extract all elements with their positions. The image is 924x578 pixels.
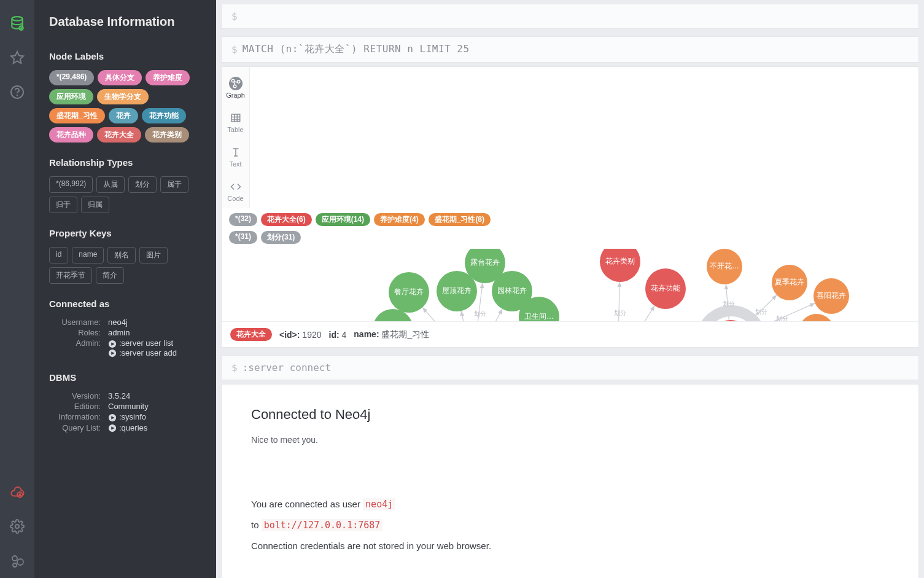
node-label-pill[interactable]: 生物学分支 [97, 89, 149, 104]
connected-as: Username:neo4j Roles:admin Admin::server… [49, 318, 201, 357]
node-label-pill[interactable]: 应用环境 [49, 89, 93, 104]
result-tabs: GraphTableTextCode [222, 67, 250, 208]
query-header[interactable]: $ MATCH (n:`花卉大全`) RETURN n LIMIT 25 [221, 36, 919, 63]
relationship-types: *(86,992)从属划分属于归于归属 [49, 176, 201, 213]
admin-link[interactable]: :server user add [108, 348, 201, 358]
node-label-pill[interactable]: *(29,486) [49, 70, 94, 85]
legend-pill[interactable]: 花卉大全(6) [261, 213, 312, 226]
relationship-token[interactable]: 归属 [81, 197, 109, 213]
connect-subtitle: Nice to meet you. [251, 435, 423, 445]
editor-input[interactable]: $ [221, 4, 919, 29]
node-label-pill[interactable]: 花卉大全 [97, 127, 141, 143]
property-key-token[interactable]: id [49, 247, 68, 264]
graph-node[interactable]: 夏季花卉 [772, 265, 807, 300]
legend-row: *(32)花卉大全(6)应用环境(14)养护难度(4)盛花期_习性(8) [222, 208, 918, 231]
node-label-pill[interactable]: 花卉功能 [142, 108, 186, 123]
legend-row-2: *(31)划分(31) [222, 231, 918, 249]
node-labels: *(29,486)具体分支养护难度应用环境生物学分支盛花期_习性花卉花卉功能花卉… [49, 70, 201, 143]
legend-pill[interactable]: 盛花期_习性(8) [429, 213, 491, 226]
icon-rail [0, 0, 34, 578]
result-tab-graph[interactable]: Graph [222, 71, 250, 105]
connect-title: Connected to Neo4j [251, 407, 423, 423]
svg-point-6 [15, 525, 19, 528]
relationship-token[interactable]: 从属 [96, 176, 125, 193]
queries-link[interactable]: :queries [108, 423, 147, 432]
svg-line-23 [461, 311, 468, 321]
svg-point-7 [12, 556, 17, 561]
svg-point-9 [13, 563, 17, 567]
settings-icon[interactable] [0, 509, 34, 544]
graph-canvas[interactable]: 应用环境餐厅花卉划分屋顶花卉划分露台花卉划分园林花卉划分卫生间…划分书房花卉划分… [222, 249, 918, 321]
legend-pill[interactable]: *(31) [229, 231, 257, 244]
property-key-token[interactable]: 简介 [96, 267, 124, 284]
node-label-pill[interactable]: 花卉 [109, 108, 138, 123]
main-area: $ $ MATCH (n:`花卉大全`) RETURN n LIMIT 25 G… [216, 0, 924, 578]
property-key-token[interactable]: name [72, 247, 104, 264]
cloud-error-icon[interactable] [0, 475, 34, 509]
star-icon[interactable] [0, 41, 34, 75]
dbms-heading: DBMS [49, 372, 201, 383]
admin-link[interactable]: :server user list [108, 338, 201, 348]
legend-pill[interactable]: 应用环境(14) [316, 213, 370, 226]
property-key-token[interactable]: 图片 [139, 247, 168, 264]
sysinfo-link[interactable]: :sysinfo [108, 412, 146, 421]
sidebar: Database Information Node Labels *(29,48… [34, 0, 216, 578]
database-icon[interactable] [0, 6, 34, 41]
property-key-token[interactable]: 开花季节 [49, 267, 92, 284]
graph-node[interactable]: 喜阳花卉 [813, 278, 849, 314]
node-label-pill[interactable]: 具体分支 [98, 70, 142, 85]
legend-pill[interactable]: 划分(31) [261, 231, 301, 244]
legend-pill[interactable]: 养护难度(4) [374, 213, 425, 226]
svg-point-20 [233, 85, 236, 88]
graph-node[interactable]: 不开花… [707, 249, 742, 284]
svg-point-4 [17, 95, 18, 96]
node-tag[interactable]: 花卉大全 [230, 328, 272, 341]
legend-pill[interactable]: *(32) [229, 213, 257, 226]
connect-bolt: bolt://127.0.0.1:7687 [262, 519, 383, 531]
result-tab-code[interactable]: Code [222, 174, 250, 208]
svg-point-0 [12, 17, 22, 21]
about-icon[interactable] [0, 544, 34, 578]
node-inspector: 花卉大全 <id>: 1920 id: 4 name: 盛花期_习性 [222, 321, 918, 347]
dbms-info: Version:3.5.24 Edition:Community Informa… [49, 391, 201, 432]
node-label-pill[interactable]: 养护难度 [146, 70, 190, 85]
node-labels-heading: Node Labels [49, 51, 201, 61]
connect-user: neo4j [363, 498, 395, 510]
relationship-token[interactable]: 归于 [49, 197, 77, 213]
graph-panel: GraphTableTextCode *(32)花卉大全(6)应用环境(14)养… [221, 66, 919, 348]
property-key-token[interactable]: 别名 [107, 247, 136, 264]
result-tab-table[interactable]: Table [222, 105, 250, 139]
svg-marker-2 [11, 52, 23, 63]
property-keys-heading: Property Keys [49, 228, 201, 238]
relationship-token[interactable]: 属于 [160, 176, 188, 193]
result-tab-text[interactable]: Text [222, 139, 250, 174]
command-header[interactable]: $ :server connect [221, 355, 919, 380]
svg-rect-21 [231, 114, 240, 122]
graph-node[interactable]: 花卉功能 [645, 268, 686, 309]
svg-line-38 [631, 306, 654, 321]
connected-as-heading: Connected as [49, 299, 201, 309]
relationship-token[interactable]: 划分 [128, 176, 157, 193]
property-keys: idname别名图片开花季节简介 [49, 247, 201, 284]
svg-point-8 [17, 559, 23, 565]
help-icon[interactable] [0, 75, 34, 109]
svg-point-19 [237, 80, 240, 84]
node-label-pill[interactable]: 花卉类别 [145, 127, 189, 143]
connect-panel: Connected to Neo4j Nice to meet you. You… [221, 384, 919, 578]
sidebar-title: Database Information [49, 15, 201, 29]
node-label-pill[interactable]: 盛花期_习性 [49, 108, 105, 123]
svg-line-25 [484, 309, 503, 321]
relationship-token[interactable]: *(86,992) [49, 176, 93, 193]
graph-node[interactable]: 餐厅花卉 [389, 272, 429, 313]
relationship-types-heading: Relationship Types [49, 157, 201, 168]
node-label-pill[interactable]: 花卉品种 [49, 127, 93, 143]
